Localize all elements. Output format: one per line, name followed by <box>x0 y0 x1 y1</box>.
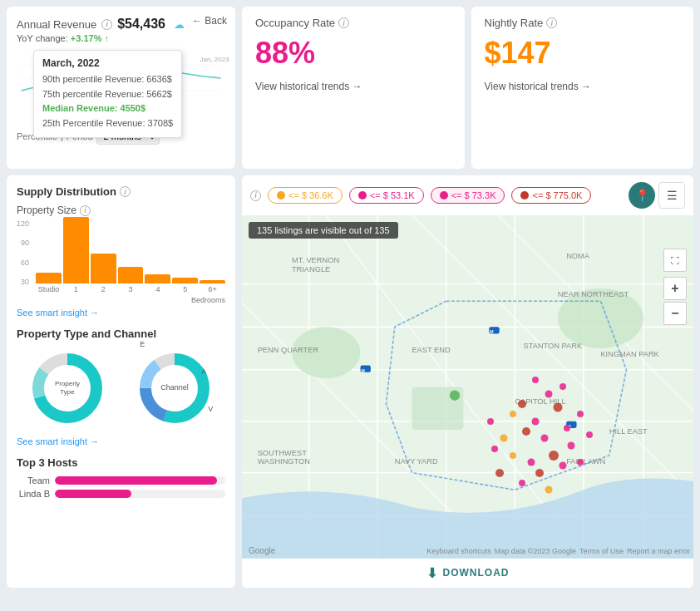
property-type-donut: Property Type <box>26 347 109 430</box>
annual-revenue-value: $54,436 <box>117 17 165 32</box>
y-axis: 120 90 60 30 <box>17 219 32 286</box>
host-label-0: Team <box>17 475 50 485</box>
map-panel: i <= $ 36.6K <= $ 53.1K <= $ 73.3K <= $ … <box>242 175 693 588</box>
svg-text:HILL EAST: HILL EAST <box>609 427 648 436</box>
svg-text:M: M <box>490 329 493 334</box>
annual-revenue-info-icon[interactable]: i <box>101 19 112 30</box>
property-size-smart-insight[interactable]: See smart insight → <box>17 308 225 318</box>
google-logo: Google <box>249 546 275 555</box>
list-view-button[interactable]: ☰ <box>658 182 685 209</box>
tooltip-p75: 75th percentile Revenue: 5662$ <box>42 87 173 102</box>
channel-donut: Channel <box>133 347 216 430</box>
host-bar-bg-1 <box>55 490 225 498</box>
legend-label-2: <= $ 53.1K <box>370 190 415 200</box>
occupancy-title: Occupancy Rate <box>255 17 335 29</box>
bar-label-5: 5 <box>183 285 187 294</box>
bar-col-0: Studio <box>36 273 62 294</box>
svg-text:SOUTHWEST: SOUTHWEST <box>258 449 308 457</box>
hosts-list: TeamLinda B <box>17 475 225 499</box>
download-button[interactable]: ⬇ DOWNLOAD <box>426 565 510 581</box>
property-size-info-icon[interactable]: i <box>80 205 91 216</box>
host-row-0: Team <box>17 475 225 485</box>
tooltip-p90: 90th percentile Revenue: 6636$ <box>42 72 173 87</box>
svg-text:CAPITOL HILL: CAPITOL HILL <box>515 397 565 406</box>
bar-col-5: 5 <box>172 278 198 294</box>
back-button[interactable]: ← Back <box>192 15 227 27</box>
tooltip-median: Median Revenue: 4550$ <box>42 101 173 116</box>
map-svg: MT. VERNON TRIANGLE NOMA NEAR NORTHEAST … <box>242 215 693 559</box>
download-label: DOWNLOAD <box>443 567 510 579</box>
listings-badge: 135 listings are visible out of 135 <box>249 222 398 239</box>
channel-smart-insight[interactable]: See smart insight → <box>17 436 225 446</box>
terms-of-use[interactable]: Terms of Use <box>579 547 624 555</box>
bar-3 <box>118 267 144 283</box>
bar-label-2: 2 <box>101 285 106 294</box>
bar-col-4: 4 <box>145 274 170 294</box>
report-error[interactable]: Report a map error <box>627 547 690 555</box>
legend-chip-4[interactable]: <= $ 775.0K <box>511 187 591 204</box>
zoom-in-button[interactable]: + <box>663 277 687 300</box>
nightly-trends-link[interactable]: View historical trends → <box>485 81 681 92</box>
bar-4 <box>145 274 170 283</box>
bar-col-6: 6+ <box>200 280 225 294</box>
legend-label-4: <= $ 775.0K <box>532 190 582 200</box>
map-data: Map data ©2023 Google <box>495 547 576 555</box>
occupancy-info-icon[interactable]: i <box>338 17 349 28</box>
svg-text:M: M <box>567 424 570 429</box>
supply-info-icon[interactable]: i <box>120 186 131 197</box>
svg-text:Channel: Channel <box>160 383 189 392</box>
svg-point-50 <box>450 391 460 401</box>
annual-revenue-title: Annual Revenue <box>17 18 96 31</box>
property-size-title: Property Size <box>17 204 76 216</box>
supply-distribution-title: Supply Distribution i <box>17 185 225 198</box>
svg-text:WASHINGTON: WASHINGTON <box>258 457 310 466</box>
chart-tooltip: March, 2022 90th percentile Revenue: 663… <box>33 50 182 138</box>
map-background: MT. VERNON TRIANGLE NOMA NEAR NORTHEAST … <box>242 215 693 559</box>
svg-text:EAST END: EAST END <box>412 346 450 354</box>
keyboard-shortcuts[interactable]: Keyboard shortcuts <box>426 547 491 555</box>
map-view-button[interactable]: 📍 <box>629 182 655 209</box>
nightly-title: Nightly Rate <box>485 17 544 29</box>
revenue-chart-area: March, 2022 90th percentile Revenue: 663… <box>17 50 225 125</box>
map-info-icon[interactable]: i <box>250 190 261 201</box>
occupancy-rate-card: Occupancy Rate i 88% View historical tre… <box>242 7 465 169</box>
legend-chip-3[interactable]: <= $ 73.3K <box>431 187 505 204</box>
yoy-change: YoY change: +3.17% ↑ <box>17 33 225 43</box>
top-hosts-title: Top 3 Hosts <box>17 456 225 469</box>
svg-text:FAIRLAWN: FAIRLAWN <box>566 457 605 466</box>
legend-chip-1[interactable]: <= $ 36.6K <box>268 187 343 204</box>
zoom-out-button[interactable]: − <box>663 302 687 325</box>
map-footer: ⬇ DOWNLOAD <box>242 559 693 588</box>
legend-label-3: <= $ 73.3K <box>451 190 496 200</box>
host-row-1: Linda B <box>17 489 225 499</box>
host-bar-fill-0 <box>55 476 217 485</box>
map-attribution: Keyboard shortcuts Map data ©2023 Google… <box>426 547 690 555</box>
occupancy-value: 88% <box>255 36 451 71</box>
svg-text:Type: Type <box>60 388 75 396</box>
legend-dot-2 <box>358 191 367 200</box>
occupancy-trends-link[interactable]: View historical trends → <box>255 81 451 92</box>
svg-text:NAVY YARD: NAVY YARD <box>395 457 438 466</box>
yoy-value: +3.17% ↑ <box>71 33 109 43</box>
map-container[interactable]: MT. VERNON TRIANGLE NOMA NEAR NORTHEAST … <box>242 215 693 559</box>
legend-dot-3 <box>440 191 448 200</box>
svg-text:KINGMAN PARK: KINGMAN PARK <box>600 350 659 358</box>
channel-donut-wrap: Channel E A V <box>125 347 226 430</box>
left-panel: Supply Distribution i Property Size i 12… <box>7 175 235 588</box>
cloud-icon: ☁ <box>174 18 185 31</box>
bar-label-6: 6+ <box>208 285 216 294</box>
fullscreen-button[interactable]: ⛶ <box>663 249 687 272</box>
top-hosts-section: Top 3 Hosts TeamLinda B <box>17 456 225 499</box>
map-legend-bar: i <= $ 36.6K <= $ 53.1K <= $ 73.3K <= $ … <box>242 175 693 215</box>
nightly-info-icon[interactable]: i <box>546 17 557 28</box>
bar-col-3: 3 <box>118 267 144 294</box>
legend-chip-2[interactable]: <= $ 53.1K <box>349 187 424 204</box>
nightly-value: $147 <box>485 36 681 71</box>
nightly-rate-card: Nightly Rate i $147 View historical tren… <box>471 7 694 169</box>
host-label-1: Linda B <box>17 489 50 499</box>
host-bar-bg-0 <box>55 476 225 485</box>
tooltip-title: March, 2022 <box>42 57 173 69</box>
svg-text:TRIANGLE: TRIANGLE <box>292 265 330 273</box>
svg-text:Jan, 2023: Jan, 2023 <box>200 56 230 63</box>
property-type-donut-wrap: Property Type <box>17 347 118 430</box>
